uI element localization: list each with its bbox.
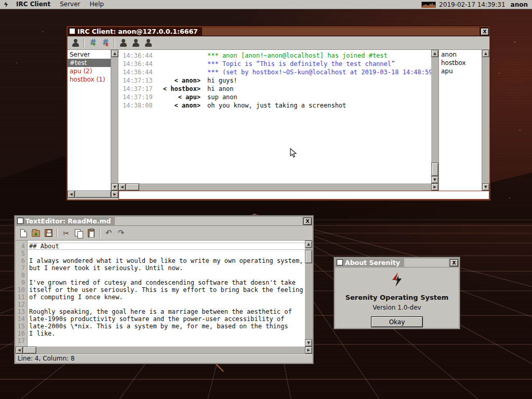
scroll-left-icon[interactable]: [118, 183, 126, 191]
change-nick-icon[interactable]: ++: [69, 37, 82, 49]
scroll-up-icon[interactable]: [482, 50, 489, 57]
about-title-bar[interactable]: About Serenity: [335, 258, 459, 268]
undo-icon[interactable]: [102, 228, 115, 239]
whois-icon[interactable]: ?: [117, 37, 129, 49]
channel-item-apu[interactable]: apu (2): [68, 67, 111, 75]
editor-line: 6I always wondered what it would be like…: [16, 257, 305, 264]
line-text: late-1990s productivity software and the…: [27, 315, 284, 323]
user-item-hostbox[interactable]: hostbox: [439, 59, 482, 67]
line-number: 10: [16, 286, 27, 294]
irc-scroll-row: [68, 183, 489, 191]
channel-item-server[interactable]: Server: [68, 50, 111, 59]
toolbar-separator: [99, 229, 100, 238]
copy-icon[interactable]: [72, 228, 85, 239]
join-channel-icon[interactable]: #+: [87, 37, 99, 49]
editor-horizontal-scrollbar[interactable]: [16, 347, 312, 354]
scroll-down-icon[interactable]: [482, 183, 489, 191]
scrollbar-thumb[interactable]: [305, 250, 312, 263]
menu-bar: IRC Client Server Help 2019-02-17 14:39:…: [0, 0, 532, 9]
scroll-up-icon[interactable]: [305, 241, 312, 248]
redo-icon[interactable]: [115, 228, 127, 239]
serenity-bolt-icon[interactable]: [0, 1, 11, 8]
menu-server[interactable]: Server: [55, 0, 85, 9]
window-title: TextEditor: ReadMe.md: [25, 217, 115, 226]
cut-icon[interactable]: ✂: [60, 228, 72, 239]
editor-line: 7 but I never took it seriously. Until n…: [16, 264, 305, 272]
part-channel-icon[interactable]: #x: [99, 37, 112, 49]
titlebar-stripes: [115, 217, 302, 225]
scrollbar-track[interactable]: [482, 57, 489, 183]
scroll-right-icon[interactable]: [111, 191, 118, 198]
user-list-scrollbar[interactable]: [482, 50, 489, 183]
menu-app-name[interactable]: IRC Client: [11, 0, 55, 9]
chat-log[interactable]: 14:36:44*** anon [anon!~anon@localhost] …: [118, 50, 431, 183]
new-file-icon[interactable]: [17, 228, 30, 239]
menu-help[interactable]: Help: [85, 0, 109, 9]
chat-message: 14:37:17< hostbox>hi anon: [118, 85, 431, 93]
channel-list-horizontal-scrollbar[interactable]: [68, 191, 118, 198]
message-input[interactable]: [118, 191, 489, 200]
line-text: [27, 337, 29, 344]
channel-item-test[interactable]: #test: [68, 59, 111, 67]
editor-line: 11of computing I once knew.: [16, 294, 305, 301]
window-title: IRC Client: anon@127.0.0.1:6667: [77, 27, 202, 36]
user-item-anon[interactable]: anon: [439, 50, 482, 59]
line-text: [27, 250, 29, 257]
scrollbar-track[interactable]: [431, 57, 438, 163]
line-number: 7: [16, 264, 27, 272]
editor-main-area: 4## About 5 6I always wondered what it w…: [16, 241, 312, 347]
scroll-down-icon[interactable]: [111, 183, 118, 191]
scrollbar-thumb[interactable]: [23, 347, 36, 354]
chat-message: 14:36:44*** Topic is “This is definitely…: [118, 60, 431, 68]
editor-title-bar[interactable]: TextEditor: ReadMe.md: [16, 217, 312, 226]
scroll-down-icon[interactable]: [305, 339, 312, 347]
scrollbar-thumb[interactable]: [75, 191, 111, 198]
save-icon[interactable]: [42, 228, 55, 239]
scroll-left-icon[interactable]: [68, 191, 75, 198]
message-nick: [154, 51, 201, 60]
user-list-bottom: [438, 183, 482, 191]
editor-line: 17: [16, 337, 305, 344]
toolbar-separator: [57, 229, 58, 238]
channel-list-scrollbar[interactable]: [111, 50, 118, 183]
editor-text-area[interactable]: 4## About 5 6I always wondered what it w…: [16, 241, 305, 347]
scrollbar-track[interactable]: [36, 347, 305, 354]
editor-line: 8: [16, 272, 305, 279]
scroll-left-icon[interactable]: [16, 347, 23, 354]
scrollbar-track[interactable]: [139, 183, 431, 191]
chat-scrollbar[interactable]: [431, 50, 438, 183]
open-file-icon[interactable]: [30, 228, 42, 239]
open-query-icon[interactable]: +: [129, 37, 142, 49]
irc-main-area: Server #test apu (2) hostbox (1) 14:36:4…: [68, 50, 489, 183]
scrollbar-thumb[interactable]: [126, 183, 139, 191]
scroll-up-icon[interactable]: [431, 50, 438, 57]
paste-icon[interactable]: [85, 228, 97, 239]
scrollbar-track[interactable]: [111, 57, 118, 183]
scroll-up-icon[interactable]: [111, 50, 118, 57]
scrollbar-track[interactable]: [305, 263, 312, 339]
close-icon[interactable]: [450, 259, 458, 267]
message-text: *** (set by hostbox!~OS-kun@localhost at…: [201, 68, 431, 76]
irc-title-bar[interactable]: IRC Client: anon@127.0.0.1:6667: [68, 27, 489, 36]
message-timestamp: 14:37:17: [118, 85, 154, 93]
close-query-icon[interactable]: x: [142, 37, 154, 49]
message-nick: < hostbox>: [154, 85, 201, 93]
line-number: 11: [16, 294, 27, 301]
scroll-down-icon[interactable]: [431, 176, 438, 183]
message-nick: < anon>: [154, 101, 201, 110]
line-text: I like.: [27, 330, 56, 337]
line-number: 14: [16, 315, 27, 323]
editor-vertical-scrollbar[interactable]: [305, 241, 312, 347]
user-item-apu[interactable]: apu: [439, 67, 482, 75]
message-timestamp: 14:37:13: [118, 76, 154, 85]
channel-item-hostbox[interactable]: hostbox (1): [68, 75, 111, 84]
line-text: late-2000s \*nix. This is a system by me…: [27, 323, 288, 330]
irc-toolbar: ++ #+ #x ? + x: [68, 36, 489, 50]
scrollbar-thumb[interactable]: [431, 163, 438, 176]
scroll-right-icon[interactable]: [305, 347, 312, 354]
close-icon[interactable]: [303, 218, 312, 225]
chat-horizontal-scrollbar[interactable]: [118, 183, 438, 191]
okay-button[interactable]: Okay: [371, 316, 423, 327]
scroll-right-icon[interactable]: [431, 183, 438, 191]
close-icon[interactable]: [481, 28, 489, 35]
